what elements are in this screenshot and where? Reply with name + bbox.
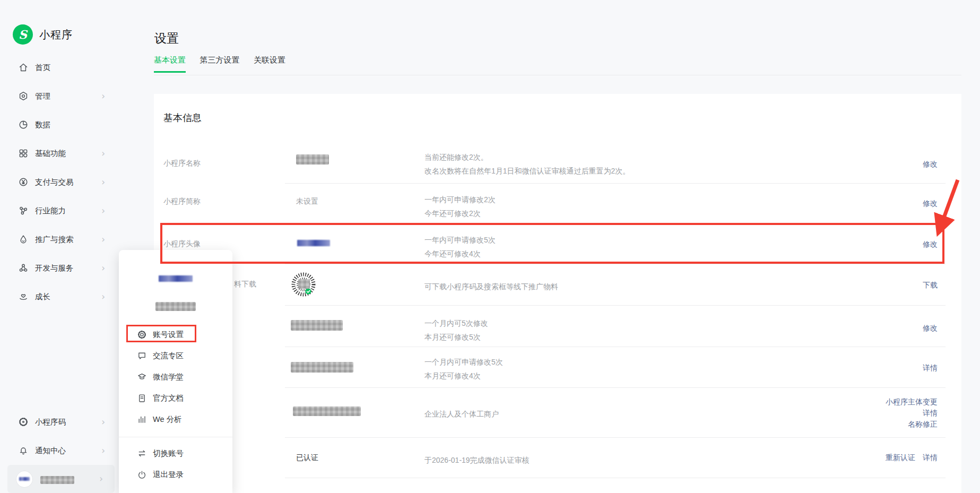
masked-user-name xyxy=(40,476,74,484)
subject-change-link[interactable]: 小程序主体变更 xyxy=(886,397,938,407)
row-material-desc: 可下载小程序码及搜索框等线下推广物料 xyxy=(424,280,558,293)
tab-related-settings[interactable]: 关联设置 xyxy=(254,55,285,71)
sidebar-item-industry[interactable]: 行业能力 › xyxy=(0,196,123,225)
modify-row5-link[interactable]: 修改 xyxy=(923,324,938,333)
verification-detail-link[interactable]: 详情 xyxy=(923,453,938,462)
sidebar-item-label: 支付与交易 xyxy=(35,177,74,187)
sidebar-item-home[interactable]: 首页 xyxy=(0,53,123,82)
sidebar: S 小程序 首页 管理 › 数据 基础功能 › 支付与交易 › 行业能力 › 推… xyxy=(0,0,123,493)
row6-desc: 一个月内可申请修改5次 本月还可修改4次 xyxy=(424,355,503,383)
menu-item-label: 退出登录 xyxy=(153,470,184,480)
card-title: 基本信息 xyxy=(163,111,202,124)
menu-item-label: We 分析 xyxy=(153,414,182,425)
row5-desc: 一个月内可5次修改 本月还可修改5次 xyxy=(424,316,488,344)
menu-item-label: 微信学堂 xyxy=(153,372,184,382)
grid-icon xyxy=(18,148,29,159)
row-name-label: 小程序名称 xyxy=(163,159,201,168)
menu-item-label: 交流专区 xyxy=(153,351,184,361)
detail-row6-link[interactable]: 详情 xyxy=(923,364,938,373)
masked-avatar-logo xyxy=(19,477,30,481)
sidebar-item-label: 数据 xyxy=(35,120,50,130)
user-avatar xyxy=(16,471,33,488)
desc-line: 本月还可修改4次 xyxy=(424,369,503,383)
pie-chart-icon xyxy=(18,119,29,130)
row-divider xyxy=(285,183,946,184)
menu-item-logout[interactable]: 退出登录 xyxy=(119,464,232,485)
row-divider xyxy=(285,478,946,478)
graduation-cap-icon xyxy=(137,372,147,382)
miniprogram-code-icon xyxy=(18,417,29,427)
tab-basic-settings[interactable]: 基本设置 xyxy=(154,55,186,73)
annotation-arrow xyxy=(926,172,968,249)
sidebar-item-promotion[interactable]: 推广与搜索 › xyxy=(0,225,123,254)
desc-line: 一个月内可5次修改 xyxy=(424,316,488,330)
desc-line: 企业法人及个体工商户 xyxy=(424,407,499,421)
sidebar-item-manage[interactable]: 管理 › xyxy=(0,82,123,110)
tab-thirdparty-settings[interactable]: 第三方设置 xyxy=(200,55,239,71)
menu-item-official-docs[interactable]: 官方文档 xyxy=(119,387,232,409)
desc-line: 本月还可修改5次 xyxy=(424,330,488,344)
sidebar-item-growth[interactable]: 成长 › xyxy=(0,282,123,311)
document-icon xyxy=(137,393,147,403)
menu-item-community[interactable]: 交流专区 xyxy=(119,345,232,366)
hands-heart-icon xyxy=(18,291,29,302)
sidebar-item-payment[interactable]: 支付与交易 › xyxy=(0,168,123,196)
row-divider xyxy=(285,437,946,438)
verification-status: 已认证 xyxy=(296,453,318,463)
masked-popup-account-name xyxy=(155,302,196,311)
menu-item-wechat-class[interactable]: 微信学堂 xyxy=(119,366,232,387)
menu-item-we-analytics[interactable]: We 分析 xyxy=(119,409,232,430)
masked-row5-value xyxy=(291,320,343,331)
desc-line: 一个月内可申请修改5次 xyxy=(424,355,503,369)
modify-name-link[interactable]: 修改 xyxy=(923,160,938,169)
row-name-desc: 当前还能修改2次。 改名次数将在自然年1月1日和微信认证审核通过后重置为2次。 xyxy=(424,150,630,178)
sidebar-item-notifications[interactable]: 通知中心 › xyxy=(0,436,123,465)
annotation-highlight-avatar-row xyxy=(160,223,944,264)
row-divider xyxy=(285,347,946,347)
sidebar-item-label: 开发与服务 xyxy=(35,263,74,273)
power-icon xyxy=(137,470,147,480)
chevron-right-icon: › xyxy=(101,446,105,455)
row-shortname-label: 小程序简称 xyxy=(163,197,201,206)
bell-icon xyxy=(18,445,29,456)
menu-item-switch-account[interactable]: 切换账号 xyxy=(119,443,232,464)
desc-line: 一年内可申请修改2次 xyxy=(424,193,496,206)
menu-item-label: 切换账号 xyxy=(153,448,184,459)
sidebar-item-label: 管理 xyxy=(35,91,50,101)
row-divider xyxy=(285,387,946,388)
masked-miniprogram-name xyxy=(296,154,329,165)
reverify-link[interactable]: 重新认证 xyxy=(886,453,915,462)
row-shortname-desc: 一年内可申请修改2次 今年还可修改2次 xyxy=(424,193,496,220)
row-divider xyxy=(285,264,946,264)
masked-row6-value xyxy=(291,362,353,373)
sidebar-item-label: 基础功能 xyxy=(35,149,66,159)
page-title: 设置 xyxy=(154,30,179,47)
annotation-highlight-account-settings xyxy=(126,325,196,342)
nodes-icon xyxy=(18,263,29,273)
switch-arrows-icon xyxy=(137,448,147,459)
bar-chart-icon xyxy=(137,414,147,425)
subject-detail-link[interactable]: 详情 xyxy=(923,409,938,418)
desc-line: 于2026-01-19完成微信认证审核 xyxy=(424,453,530,467)
name-correction-link[interactable]: 名称修正 xyxy=(908,420,938,429)
sidebar-item-data[interactable]: 数据 xyxy=(0,110,123,139)
masked-subject-value xyxy=(293,406,361,416)
sidebar-item-label: 通知中心 xyxy=(35,446,66,456)
sidebar-user-account[interactable]: › xyxy=(7,465,115,493)
sidebar-item-development[interactable]: 开发与服务 › xyxy=(0,254,123,282)
sidebar-item-minicode[interactable]: 小程序码 › xyxy=(0,408,123,436)
desc-line: 改名次数将在自然年1月1日和微信认证审核通过后重置为2次。 xyxy=(424,164,630,178)
chevron-right-icon: › xyxy=(101,418,105,427)
manage-icon xyxy=(18,91,29,101)
home-icon xyxy=(18,62,29,73)
wechat-miniprogram-console-settings: { "colors":{"accent_green":"#07c160","li… xyxy=(0,0,980,493)
download-material-link[interactable]: 下载 xyxy=(923,281,938,290)
row-divider xyxy=(285,305,946,306)
sidebar-item-basic-functions[interactable]: 基础功能 › xyxy=(0,139,123,168)
flame-icon xyxy=(18,234,29,245)
chevron-right-icon: › xyxy=(101,92,105,101)
brand-title: 小程序 xyxy=(39,28,73,42)
yen-circle-icon xyxy=(18,177,29,187)
chevron-right-icon: › xyxy=(101,292,105,301)
chevron-right-icon: › xyxy=(99,474,103,483)
